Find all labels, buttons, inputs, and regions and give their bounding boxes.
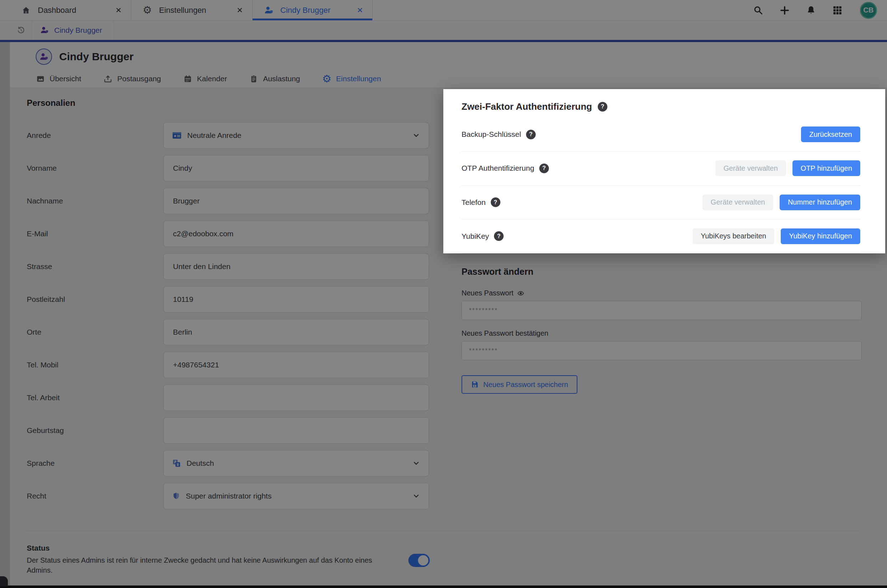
yubikey-hinzufuegen-button[interactable]: YubiKey hinzufügen — [781, 228, 860, 244]
nummer-hinzufuegen-button[interactable]: Nummer hinzufügen — [780, 195, 860, 210]
help-icon[interactable]: ? — [494, 231, 504, 241]
otp-hinzufuegen-button[interactable]: OTP hinzufügen — [792, 160, 860, 176]
row-label: OTP Authentifizierung — [462, 164, 534, 172]
geraete-verwalten-telefon-button[interactable]: Geräte verwalten — [703, 195, 773, 210]
twofa-row-telefon: Telefon ? Geräte verwalten Nummer hinzuf… — [462, 186, 860, 219]
twofa-title: Zwei-Faktor Authentifizierung — [462, 101, 592, 112]
row-label: YubiKey — [462, 232, 489, 240]
twofa-row-yubikey: YubiKey ? YubiKeys bearbeiten YubiKey hi… — [462, 219, 860, 254]
row-label: Telefon — [462, 198, 486, 207]
geraete-verwalten-otp-button[interactable]: Geräte verwalten — [716, 160, 786, 176]
corner-widget — [0, 576, 8, 586]
help-icon[interactable]: ? — [526, 130, 536, 140]
twofa-panel: Zwei-Faktor Authentifizierung ? Backup-S… — [444, 89, 885, 254]
row-label: Backup-Schlüssel — [462, 130, 521, 139]
help-icon[interactable]: ? — [598, 102, 607, 111]
zuruecksetzen-button[interactable]: Zurücksetzen — [801, 126, 860, 142]
twofa-row-otp: OTP Authentifizierung ? Geräte verwalten… — [462, 152, 860, 185]
yubikeys-bearbeiten-button[interactable]: YubiKeys bearbeiten — [693, 228, 774, 244]
twofa-row-backup: Backup-Schlüssel ? Zurücksetzen — [462, 118, 860, 152]
help-icon[interactable]: ? — [491, 197, 501, 207]
help-icon[interactable]: ? — [539, 164, 549, 173]
dim-overlay — [0, 0, 887, 588]
bottom-edge-strip — [0, 585, 887, 588]
